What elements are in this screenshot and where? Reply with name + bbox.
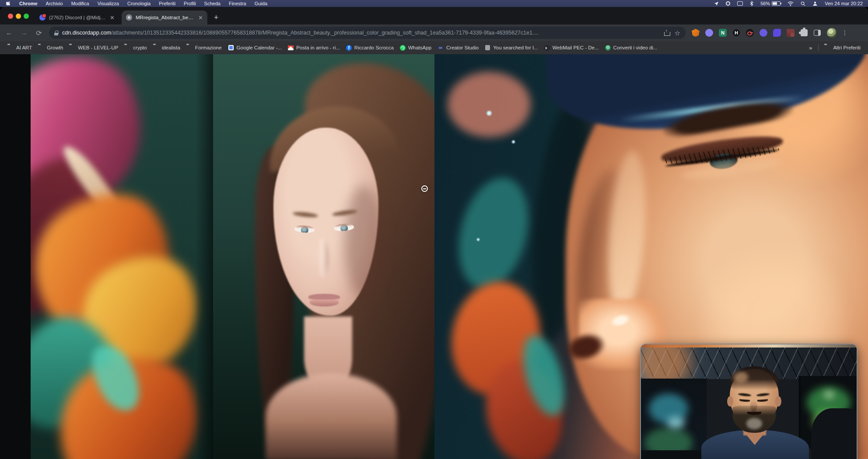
presenter-beard xyxy=(732,406,776,433)
bookmark-google-calendar[interactable]: Google Calendar -... xyxy=(225,43,285,52)
fullscreen-window-button[interactable] xyxy=(24,14,29,19)
bookmark-label: Riccardo Scrocca xyxy=(354,45,394,50)
closeup-teal-streak xyxy=(448,170,539,297)
bookmark-creator-studio[interactable]: ∞ Creator Studio xyxy=(434,44,482,52)
tab-discord[interactable]: (2762) Discord | @Midjourney ✕ xyxy=(35,10,119,24)
folder-icon xyxy=(824,45,830,50)
bookmark-folder-altri-preferiti[interactable]: Altri Preferiti xyxy=(821,44,864,52)
menu-item-scheda[interactable]: Scheda xyxy=(204,1,220,6)
sparkle-dot xyxy=(486,110,492,116)
extension-hub-icon[interactable]: H xyxy=(732,29,740,37)
bookmark-webmail-pec[interactable]: WebMail PEC - De... xyxy=(541,44,602,52)
reload-button[interactable]: ⟳ xyxy=(33,27,45,38)
extensions-row: N H xyxy=(692,29,794,37)
bookmark-label: Formazione xyxy=(195,45,222,50)
extension-indigo-icon[interactable] xyxy=(773,29,781,37)
chrome-menu-icon[interactable]: ⋮ xyxy=(842,29,848,36)
bookmark-label: You searched for I... xyxy=(493,45,538,50)
extension-password-key-icon[interactable] xyxy=(746,29,754,37)
folder-icon xyxy=(7,45,14,50)
chair-headrest xyxy=(811,408,858,459)
menu-item-preferiti[interactable]: Preferiti xyxy=(159,1,175,6)
page-icon xyxy=(485,45,490,50)
back-button[interactable]: ← xyxy=(4,27,15,38)
menu-item-guida[interactable]: Guida xyxy=(255,1,267,6)
profile-avatar[interactable] xyxy=(827,28,836,38)
spotlight-search-icon[interactable] xyxy=(801,1,805,6)
extension-violet-icon[interactable] xyxy=(760,29,767,37)
zoom-out-cursor xyxy=(421,185,428,192)
battery-percent-label: 56% xyxy=(760,1,770,6)
bookmark-folder-crypto[interactable]: crypto xyxy=(121,44,150,52)
image-viewer-page[interactable] xyxy=(0,54,868,459)
bookmarks-overflow-chevron[interactable]: » xyxy=(805,45,816,51)
menu-item-archivio[interactable]: Archivio xyxy=(46,1,63,6)
extensions-puzzle-icon[interactable] xyxy=(801,29,808,36)
extension-purple-icon[interactable] xyxy=(705,29,713,37)
bookmark-label: idealista xyxy=(162,45,180,50)
bookmark-whatsapp[interactable]: WhatsApp xyxy=(397,44,434,52)
minimize-window-button[interactable] xyxy=(16,14,21,19)
menubar-clock[interactable]: Ven 24 mar 20:22 xyxy=(825,1,863,6)
lock-icon[interactable] xyxy=(54,31,58,35)
forward-button[interactable]: → xyxy=(18,27,30,38)
battery-status[interactable]: 56% xyxy=(760,1,780,6)
extension-notion-icon[interactable]: N xyxy=(719,29,727,37)
folder-icon xyxy=(186,45,192,50)
folder-icon xyxy=(38,45,44,50)
bookmark-video-converter[interactable]: Converti i video di... xyxy=(602,44,661,52)
macos-menu-bar: Chrome Archivio Modifica Visualizza Cron… xyxy=(0,0,868,7)
bookmark-folder-web-level-up[interactable]: WEB - LEVEL-UP xyxy=(66,44,121,52)
bookmark-folder-idealista[interactable]: idealista xyxy=(150,44,183,52)
recording-app-icon[interactable] xyxy=(726,1,730,6)
bookmark-gmail-inbox[interactable]: Posta in arrivo - ri... xyxy=(285,44,343,52)
location-services-icon[interactable] xyxy=(714,1,719,6)
tab-strip: (2762) Discord | @Midjourney ✕ MRregista… xyxy=(0,7,868,24)
chrome-window: (2762) Discord | @Midjourney ✕ MRregista… xyxy=(0,7,868,459)
gmail-icon xyxy=(288,45,294,50)
side-panel-icon[interactable] xyxy=(814,30,821,36)
wifi-icon[interactable] xyxy=(788,1,794,6)
menu-item-cronologia[interactable]: Cronologia xyxy=(127,1,150,6)
bookmark-facebook-profile[interactable]: f Riccardo Scrocca xyxy=(343,44,397,52)
browser-toolbar: ← → ⟳ cdn.discordapp.com /attachments/10… xyxy=(0,24,868,41)
menu-item-visualizza[interactable]: Visualizza xyxy=(98,1,119,6)
bookmarks-divider xyxy=(818,44,819,51)
monitor-screen-glow xyxy=(667,417,685,428)
extension-grid-icon[interactable] xyxy=(787,29,794,37)
facebook-icon: f xyxy=(346,45,352,51)
tab-image-active[interactable]: MRregista_Abstract_beauty._.. ✕ xyxy=(122,10,207,24)
bookmark-folder-growth[interactable]: Growth xyxy=(35,44,66,52)
portrait-chest xyxy=(266,373,397,459)
menu-item-modifica[interactable]: Modifica xyxy=(71,1,89,6)
close-window-button[interactable] xyxy=(8,14,13,19)
apple-menu-icon[interactable] xyxy=(6,1,11,7)
display-mirroring-icon[interactable] xyxy=(737,1,743,6)
bookmark-you-searched[interactable]: You searched for I... xyxy=(482,44,541,52)
bookmark-label: WhatsApp xyxy=(408,45,431,50)
globe-favicon xyxy=(126,14,132,21)
bookmark-star-icon[interactable]: ☆ xyxy=(675,30,680,36)
new-tab-button[interactable]: + xyxy=(211,12,221,23)
google-calendar-icon xyxy=(228,45,234,50)
bookmark-folder-ai-art[interactable]: AI ART xyxy=(4,44,35,52)
menu-item-profili[interactable]: Profili xyxy=(184,1,196,6)
tab-title: MRregista_Abstract_beauty._.. xyxy=(136,15,195,20)
creator-studio-icon: ∞ xyxy=(438,45,444,51)
portrait-cheek-shadow xyxy=(344,185,384,299)
presenter-ear xyxy=(727,396,733,407)
menu-item-finestra[interactable]: Finestra xyxy=(229,1,246,6)
extension-metamask-icon[interactable] xyxy=(692,29,700,37)
bluetooth-icon[interactable] xyxy=(750,1,753,6)
share-icon[interactable] xyxy=(664,30,669,36)
tab-close-icon[interactable]: ✕ xyxy=(110,15,115,21)
tab-close-icon[interactable]: ✕ xyxy=(198,15,203,21)
menu-item-app-chrome[interactable]: Chrome xyxy=(19,1,38,6)
fast-user-switch-icon[interactable] xyxy=(812,1,818,6)
bookmark-folder-formazione[interactable]: Formazione xyxy=(183,44,225,52)
battery-icon xyxy=(772,1,780,6)
bookmark-label: Converti i video di... xyxy=(613,45,658,50)
bookmark-label: WebMail PEC - De... xyxy=(553,45,599,50)
bookmark-label: AI ART xyxy=(16,45,32,50)
address-bar[interactable]: cdn.discordapp.com /attachments/10135123… xyxy=(49,27,686,39)
